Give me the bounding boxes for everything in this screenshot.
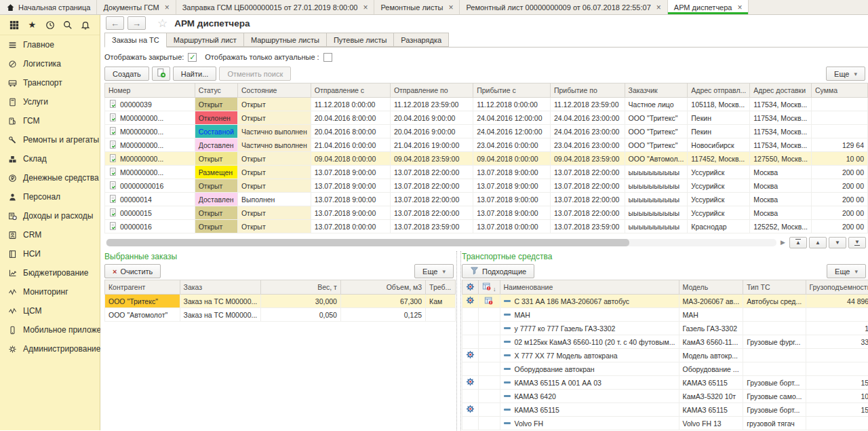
column-header[interactable]: Адрес доставки <box>750 83 812 98</box>
sidebar-item-мониторинг[interactable]: Мониторинг <box>0 282 100 301</box>
sidebar-item-услуги[interactable]: Услуги <box>0 92 100 111</box>
gear-column-header[interactable] <box>462 280 479 295</box>
tab-маршрутный-лист[interactable]: Маршрутный лист <box>167 33 244 47</box>
panel-splitter[interactable] <box>456 251 461 430</box>
vehicle-row[interactable]: Х 777 ХХ 77 Модель автокранаМодель авток… <box>462 349 868 362</box>
go-next-button[interactable]: ▼ <box>829 237 846 248</box>
order-row[interactable]: М00000000...СоставнойЧастично выполнен20… <box>105 125 868 138</box>
order-row[interactable]: 00000015ОткрытОткрыт13.07.2018 9:00:0013… <box>105 206 868 220</box>
vehicle-row[interactable]: КАМАЗ 6420КамАЗ-5320 10тГрузовые само...… <box>462 390 868 403</box>
sidebar-item-гсм[interactable]: ГСМ <box>0 111 100 130</box>
column-header[interactable]: Вес, т <box>261 280 341 295</box>
vehicles-more-button[interactable]: Еще▾ <box>827 264 866 278</box>
column-header[interactable]: Заказчик <box>625 83 688 98</box>
search-icon[interactable] <box>62 20 73 31</box>
show-closed-checkbox[interactable]: ✓ <box>188 53 197 62</box>
sidebar-item-логистика[interactable]: Логистика <box>0 54 100 73</box>
sidebar-item-мобильное-приложение[interactable]: Мобильное приложение <box>0 320 100 339</box>
notifications-bell-icon[interactable] <box>80 20 91 31</box>
tab-заказы-на-тс[interactable]: Заказы на ТС <box>104 33 167 48</box>
find-button[interactable]: Найти... <box>173 67 217 81</box>
selected-orders-more-button[interactable]: Еще▾ <box>414 264 454 278</box>
column-header[interactable]: Номер <box>105 83 195 98</box>
window-tab[interactable]: Ремонтный лист 00000000009 от 06.07.2018… <box>460 0 667 14</box>
column-header[interactable]: Контрагент <box>105 280 180 295</box>
schedule-column-header[interactable]: ↓ <box>479 280 500 295</box>
sidebar-item-денежные-средства[interactable]: Денежные средства <box>0 168 100 187</box>
close-icon[interactable]: × <box>737 3 742 12</box>
order-row[interactable]: М00000000...РазмещенОткрыт13.07.2018 9:0… <box>105 166 868 179</box>
vehicle-row[interactable]: КАМАЗ 65115 А 001 АА 03КАМАЗ 65115Грузов… <box>462 376 868 390</box>
sidebar-item-нси[interactable]: НСИ <box>0 244 100 263</box>
vehicle-row[interactable]: С 331 АА 186 МАЗ-206067 автобусМАЗ-20606… <box>462 295 868 308</box>
sidebar-item-администрирование[interactable]: Администрирование <box>0 339 100 358</box>
go-last-button[interactable]: ▼ <box>848 237 866 248</box>
horizontal-scrollbar[interactable] <box>106 239 776 246</box>
sidebar-item-бюджетирование[interactable]: Бюджетирование <box>0 263 100 282</box>
column-header[interactable]: Треб... <box>426 280 456 295</box>
column-header[interactable]: Состояние <box>237 83 311 98</box>
window-tab[interactable]: Ремонтные листы× <box>374 0 460 14</box>
column-header[interactable]: Сумма <box>812 83 868 98</box>
vehicle-row[interactable]: 02 м125кк КамАЗ 6560-110 (20 т. с 40 фут… <box>462 335 868 349</box>
create-button[interactable]: Создать <box>104 67 149 81</box>
close-icon[interactable]: × <box>656 3 661 12</box>
window-tab[interactable]: Документы ГСМ× <box>97 0 176 14</box>
suitable-button[interactable]: Подходящие <box>462 264 534 278</box>
orders-more-button[interactable]: Еще▾ <box>826 67 865 81</box>
vehicle-row[interactable]: Volvo FHVolvo FH 13грузовой тягач <box>462 417 868 430</box>
show-actual-checkbox[interactable] <box>323 53 332 62</box>
back-button[interactable]: ← <box>106 16 124 30</box>
selected-order-row[interactable]: ООО "Тритекс"Заказ на ТС М00000...30,000… <box>105 295 456 308</box>
sidebar-item-склад[interactable]: Склад <box>0 149 100 168</box>
column-header[interactable]: Наименование <box>500 280 679 295</box>
scrollbar-thumb[interactable] <box>106 239 629 246</box>
tab-маршрутные-листы[interactable]: Маршрутные листы <box>244 33 327 47</box>
tab-разнарядка[interactable]: Разнарядка <box>394 33 449 47</box>
order-row[interactable]: 00000039ОткрытОткрыт11.12.2018 0:00:0011… <box>105 98 868 111</box>
vehicle-row[interactable]: КАМАЗ 65115КАМАЗ 65115Грузовые борт...15… <box>462 403 868 417</box>
column-header[interactable]: Прибытие по <box>550 83 625 98</box>
sidebar-item-транспорт[interactable]: Транспорт <box>0 73 100 92</box>
column-header[interactable]: Отправление с <box>311 83 390 98</box>
sidebar-item-ремонты-и-агрегаты[interactable]: Ремонты и агрегаты <box>0 130 100 149</box>
column-header[interactable]: Статус <box>195 83 237 98</box>
order-row[interactable]: М00000000...ДоставленЧастично выполнен21… <box>105 138 868 152</box>
sidebar-item-доходы-и-расходы[interactable]: Доходы и расходы <box>0 206 100 225</box>
order-row[interactable]: М00000000...ОткрытОткрыт09.04.2018 0:00:… <box>105 152 868 166</box>
close-icon[interactable]: × <box>363 3 368 12</box>
create-by-copy-button[interactable] <box>152 67 170 81</box>
sidebar-item-главное[interactable]: Главное <box>0 35 100 54</box>
history-clock-icon[interactable] <box>45 20 56 31</box>
window-tab[interactable]: Начальная страница <box>0 0 97 14</box>
window-tab[interactable]: АРМ диспетчера× <box>668 0 749 14</box>
order-row[interactable]: 00000014ДоставленВыполнен13.07.2018 9:00… <box>105 193 868 206</box>
order-row[interactable]: М00000000...ОтклоненОткрыт20.04.2016 8:0… <box>105 111 868 125</box>
vehicle-row[interactable]: МАНМАН <box>462 308 868 322</box>
sidebar-item-crm[interactable]: CRM <box>0 225 100 244</box>
window-tab[interactable]: Заправка ГСМ ЦБ000000015 от 27.01.2019 8… <box>176 0 375 14</box>
go-prev-button[interactable]: ▲ <box>809 237 827 248</box>
column-header[interactable]: Адрес отправл... <box>688 83 750 98</box>
column-header[interactable]: Модель <box>679 280 743 295</box>
close-icon[interactable]: × <box>448 3 453 12</box>
vehicle-row[interactable]: Оборудование автокранОборудование ... <box>462 362 868 376</box>
tab-путевые-листы[interactable]: Путевые листы <box>327 33 394 47</box>
scroll-right-icon[interactable]: ▶ <box>781 239 785 246</box>
close-icon[interactable]: × <box>165 3 170 12</box>
sidebar-item-персонал[interactable]: Персонал <box>0 187 100 206</box>
clear-button[interactable]: ×Очистить <box>104 264 161 278</box>
forward-button[interactable]: → <box>127 16 146 30</box>
column-header[interactable]: Объем, м3 <box>340 280 425 295</box>
column-header[interactable]: Прибытие с <box>473 83 551 98</box>
selected-order-row[interactable]: ООО "Автомолот"Заказ на ТС М00000...0,05… <box>105 308 456 322</box>
order-row[interactable]: 00000000016ОткрытОткрыт13.07.2018 9:00:0… <box>105 179 868 193</box>
cancel-search-button[interactable]: Отменить поиск <box>219 67 291 81</box>
sidebar-item-цсм[interactable]: ЦСМ <box>0 301 100 320</box>
favorite-star-icon[interactable]: ☆ <box>157 18 167 29</box>
column-header[interactable]: Отправление по <box>390 83 473 98</box>
column-header[interactable]: Заказ <box>180 280 261 295</box>
column-header[interactable]: Тип ТС <box>743 280 806 295</box>
favorites-star-icon[interactable]: ★ <box>26 20 37 31</box>
go-first-button[interactable]: ▲ <box>789 237 807 248</box>
